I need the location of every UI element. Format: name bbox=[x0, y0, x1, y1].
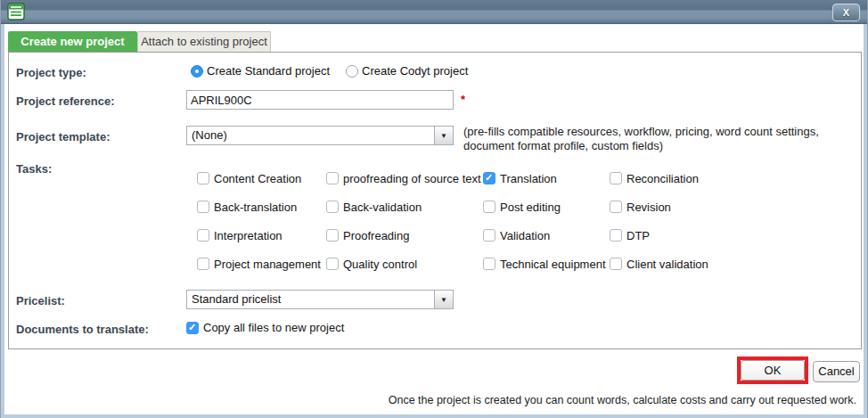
checkbox-icon[interactable] bbox=[326, 201, 339, 213]
task-checkbox-item[interactable]: Project management bbox=[197, 257, 326, 271]
checkbox-icon[interactable] bbox=[610, 258, 622, 270]
radio-create-standard-project[interactable]: Create Standard project bbox=[191, 64, 330, 78]
checkbox-icon[interactable] bbox=[326, 258, 339, 270]
radio-icon[interactable] bbox=[346, 65, 358, 78]
checkbox-icon[interactable] bbox=[610, 172, 622, 184]
create-project-dialog: x Create new project Attach to existing … bbox=[0, 0, 868, 418]
project-template-hint: (pre-fills compatible resources, workflo… bbox=[463, 125, 850, 153]
task-checkbox-item[interactable]: Content Creation bbox=[197, 171, 326, 185]
radio-icon[interactable] bbox=[191, 65, 203, 78]
radio-label: Create Standard project bbox=[207, 64, 330, 78]
pricelist-value: Standard pricelist bbox=[187, 291, 434, 308]
task-checkbox-item[interactable]: Technical equipment bbox=[483, 257, 610, 271]
required-asterisk: * bbox=[461, 93, 465, 106]
task-checkbox-item[interactable]: DTP bbox=[610, 228, 748, 242]
task-checkbox-item[interactable]: proofreading of source text bbox=[326, 171, 483, 185]
tasks-grid: Content Creation proofreading of source … bbox=[197, 171, 748, 285]
task-checkbox-item[interactable]: Proofreading bbox=[326, 228, 483, 242]
checkbox-icon[interactable] bbox=[186, 322, 199, 334]
checkbox-label: Copy all files to new project bbox=[203, 321, 344, 334]
task-checkbox-item[interactable]: Reconciliation bbox=[610, 171, 748, 185]
documents-to-translate-label: Documents to translate: bbox=[16, 323, 149, 336]
task-checkbox-item[interactable]: Revision bbox=[610, 200, 748, 214]
dialog-titlebar: x bbox=[1, 0, 867, 25]
radio-label: Create Codyt project bbox=[362, 64, 468, 78]
checkbox-label: Project management bbox=[214, 258, 321, 271]
checkbox-label: Revision bbox=[626, 201, 671, 214]
close-icon[interactable]: x bbox=[832, 4, 860, 21]
chevron-down-icon[interactable]: ▼ bbox=[434, 127, 453, 144]
dialog-frame: Create new project Attach to existing pr… bbox=[1, 24, 867, 418]
checkbox-label: Back-validation bbox=[343, 201, 422, 214]
checkbox-icon[interactable] bbox=[610, 201, 622, 213]
task-checkbox-item[interactable]: Translation bbox=[483, 171, 610, 185]
task-checkbox-item[interactable]: Client validation bbox=[610, 257, 748, 271]
tab-create-new-project[interactable]: Create new project bbox=[8, 31, 137, 52]
project-reference-input[interactable] bbox=[186, 90, 454, 110]
task-checkbox-item[interactable]: Back-translation bbox=[197, 200, 326, 214]
checkbox-icon[interactable] bbox=[326, 229, 339, 242]
project-template-select[interactable]: (None) ▼ bbox=[186, 126, 454, 145]
checkbox-icon[interactable] bbox=[197, 172, 209, 184]
task-checkbox-item[interactable]: Quality control bbox=[326, 257, 483, 271]
copy-all-files-checkbox[interactable]: Copy all files to new project bbox=[186, 321, 344, 334]
ok-button-highlight: OK bbox=[737, 357, 808, 384]
pricelist-select[interactable]: Standard pricelist ▼ bbox=[186, 290, 454, 309]
task-checkbox-item[interactable]: Back-validation bbox=[326, 200, 483, 214]
checkbox-icon[interactable] bbox=[197, 258, 209, 270]
checkbox-icon[interactable] bbox=[483, 172, 495, 184]
checkbox-label: Validation bbox=[500, 229, 550, 242]
tab-attach-to-existing-project[interactable]: Attach to existing project bbox=[137, 31, 271, 52]
checkbox-icon[interactable] bbox=[326, 172, 339, 184]
checkbox-label: proofreading of source text bbox=[343, 172, 481, 185]
checkbox-icon[interactable] bbox=[197, 201, 209, 213]
project-reference-label: Project reference: bbox=[16, 94, 115, 108]
project-type-radio-group: Create Standard project Create Codyt pro… bbox=[191, 64, 468, 78]
checkbox-label: Interpretation bbox=[214, 229, 283, 242]
ok-button[interactable]: OK bbox=[741, 360, 805, 381]
checkbox-icon[interactable] bbox=[483, 229, 495, 242]
checkbox-label: Technical equipment bbox=[500, 258, 606, 271]
form-window-icon bbox=[7, 3, 25, 20]
chevron-down-icon[interactable]: ▼ bbox=[434, 291, 453, 308]
radio-create-codyt-project[interactable]: Create Codyt project bbox=[346, 64, 468, 78]
task-checkbox-item[interactable]: Validation bbox=[483, 228, 610, 242]
cancel-button[interactable]: Cancel bbox=[813, 361, 860, 382]
dialog-body: Create new project Attach to existing pr… bbox=[4, 24, 864, 414]
checkbox-label: Back-translation bbox=[214, 201, 297, 214]
project-template-value: (None) bbox=[187, 127, 434, 144]
checkbox-label: Translation bbox=[500, 172, 557, 185]
checkbox-label: Reconciliation bbox=[626, 172, 699, 185]
checkbox-label: DTP bbox=[626, 229, 650, 242]
form-panel: Project type: Create Standard project Cr… bbox=[8, 52, 862, 349]
checkbox-icon[interactable] bbox=[197, 229, 209, 242]
task-checkbox-item[interactable]: Post editing bbox=[483, 200, 610, 214]
checkbox-label: Proofreading bbox=[343, 229, 409, 242]
checkbox-label: Quality control bbox=[343, 258, 417, 271]
checkbox-icon[interactable] bbox=[610, 229, 622, 242]
checkbox-label: Client validation bbox=[626, 258, 708, 271]
checkbox-icon[interactable] bbox=[483, 258, 495, 270]
pricelist-label: Pricelist: bbox=[16, 294, 65, 307]
checkbox-label: Content Creation bbox=[214, 172, 301, 185]
checkbox-icon[interactable] bbox=[483, 201, 495, 213]
footer-note: Once the project is created you can coun… bbox=[389, 394, 856, 406]
checkbox-label: Post editing bbox=[500, 201, 561, 214]
task-checkbox-item[interactable]: Interpretation bbox=[197, 228, 326, 242]
project-type-label: Project type: bbox=[16, 66, 86, 79]
tasks-label: Tasks: bbox=[16, 162, 52, 176]
project-template-label: Project template: bbox=[16, 130, 110, 143]
